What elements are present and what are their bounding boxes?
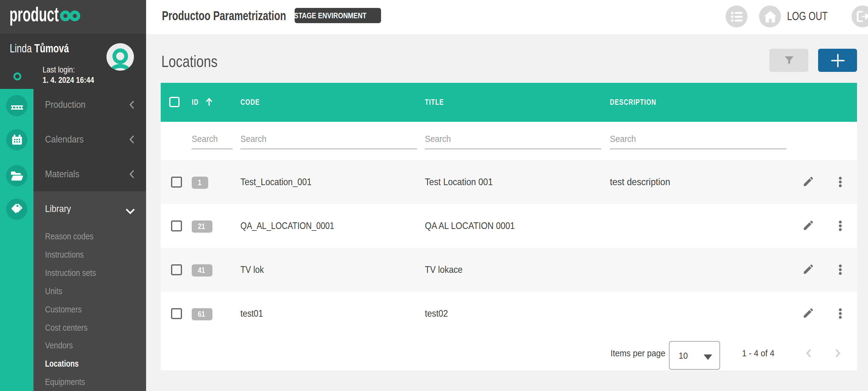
svg-text:product: product [9, 5, 59, 26]
